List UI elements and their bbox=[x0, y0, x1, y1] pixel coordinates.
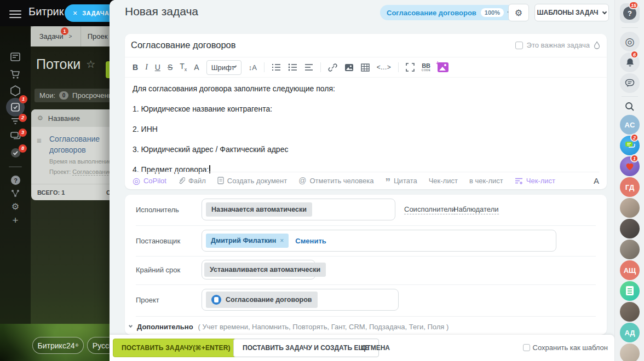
chat-lines-icon bbox=[625, 79, 635, 88]
settings-rail-icon[interactable]: ⚙ bbox=[0, 202, 31, 211]
tab-projects[interactable]: Проек bbox=[81, 26, 114, 46]
chat-rail-icon[interactable]: 3 bbox=[0, 131, 31, 142]
attach-file-button[interactable]: Файл bbox=[178, 177, 206, 185]
ai-image-icon[interactable]: + bbox=[438, 62, 449, 72]
task-title-input[interactable]: Согласование договоров bbox=[131, 40, 236, 50]
help-button[interactable]: ? 15 bbox=[620, 3, 640, 23]
change-creator-link[interactable]: Сменить bbox=[295, 237, 326, 245]
avatar[interactable] bbox=[620, 219, 640, 238]
to-checklist-button[interactable]: в чек-лист bbox=[469, 177, 503, 185]
crm-hexagon-icon[interactable] bbox=[0, 85, 31, 97]
create-document-button[interactable]: Создать документ bbox=[217, 177, 287, 185]
notifications-button[interactable]: 6 bbox=[620, 53, 640, 72]
mention-person-button[interactable]: @ Отметить человека bbox=[298, 176, 373, 185]
project-chip[interactable]: Согласование договоров bbox=[206, 292, 318, 308]
table-settings-icon[interactable]: ⚙ bbox=[37, 114, 43, 122]
bold-icon[interactable]: B bbox=[133, 63, 138, 71]
avatar[interactable] bbox=[620, 302, 640, 322]
image-icon[interactable] bbox=[344, 63, 354, 72]
font-size-icon[interactable]: ↕A bbox=[249, 63, 257, 72]
favorite-star-icon[interactable]: ☆ bbox=[86, 58, 95, 71]
link-icon[interactable] bbox=[328, 63, 337, 72]
avatar[interactable]: АЩ bbox=[620, 260, 640, 280]
creator-input[interactable]: Дмитрий Филаткин × Сменить bbox=[202, 230, 556, 252]
done-tasks-icon[interactable]: 8 bbox=[0, 147, 31, 159]
svg-text:?: ? bbox=[14, 177, 18, 184]
copilot-rail-button[interactable]: ◎ bbox=[620, 32, 640, 51]
bitrix24-brand-pill[interactable]: Битрикс24® bbox=[32, 337, 84, 354]
avatar[interactable]: AC bbox=[620, 115, 640, 135]
checklist-button[interactable]: Чек-лист bbox=[429, 177, 458, 185]
messenger-avatar[interactable]: 2 bbox=[620, 136, 640, 155]
feedback-button[interactable] bbox=[620, 73, 640, 93]
code-icon[interactable]: <…> bbox=[377, 64, 391, 71]
checklist-purple-button[interactable]: Чек-лист bbox=[515, 177, 555, 185]
submit-and-create-button[interactable]: ПОСТАВИТЬ ЗАДАЧУ И СОЗДАТЬ ЕЩЕ bbox=[233, 339, 379, 357]
remove-icon[interactable]: × bbox=[280, 237, 284, 244]
feed-icon[interactable] bbox=[0, 51, 31, 62]
observers-link[interactable]: Наблюдатели bbox=[453, 205, 499, 214]
submit-task-button[interactable]: ПОСТАВИТЬ ЗАДАЧУ(⌘+ENTER) bbox=[113, 339, 239, 357]
deadline-chip[interactable]: Устанавливается автоматически bbox=[204, 263, 326, 277]
avatar[interactable]: ГД bbox=[620, 177, 640, 197]
important-checkbox[interactable] bbox=[515, 42, 523, 49]
chevron-down-icon bbox=[129, 324, 133, 328]
settings-button[interactable]: ⚙ bbox=[508, 4, 529, 21]
my-count-badge: 0 bbox=[59, 91, 68, 100]
bell-icon bbox=[625, 57, 635, 67]
copilot-button[interactable]: ◎ CoPilot bbox=[133, 176, 166, 186]
clear-format-icon[interactable]: Tx bbox=[180, 62, 187, 72]
chat-rail-badge: 3 bbox=[19, 129, 27, 137]
filter-row[interactable]: Мои: 0 Просрочены bbox=[34, 89, 114, 102]
at-icon: @ bbox=[298, 176, 306, 185]
funnel-icon[interactable]: 2 bbox=[0, 117, 31, 126]
market-cart-icon[interactable] bbox=[0, 69, 31, 80]
important-label: Это важная задача bbox=[527, 41, 590, 49]
task-description-editor[interactable]: Для согласования договора заполните след… bbox=[133, 84, 593, 185]
share-network-icon[interactable] bbox=[0, 189, 31, 199]
avatar[interactable] bbox=[620, 343, 640, 361]
task-link[interactable]: Согласование договоров bbox=[49, 133, 110, 155]
close-icon[interactable]: × bbox=[73, 9, 77, 17]
document-bot-avatar[interactable] bbox=[620, 281, 640, 301]
tab-tasks[interactable]: Задачи 1 > bbox=[31, 26, 81, 46]
table-row[interactable]: ≡ Согласование договоров Время на выполн… bbox=[31, 127, 114, 179]
project-input[interactable]: Согласование договоров bbox=[202, 289, 399, 311]
assignee-input[interactable]: Назначается автоматически bbox=[202, 199, 395, 220]
search-button[interactable] bbox=[620, 98, 640, 115]
text-settings-toggle[interactable]: A bbox=[594, 176, 599, 185]
text-color-icon[interactable]: A bbox=[194, 63, 199, 71]
save-template-checkbox[interactable] bbox=[523, 344, 530, 351]
underline-icon[interactable]: U bbox=[155, 63, 160, 71]
additional-section-toggle[interactable]: Дополнительно ( Учет времени, Напомнить,… bbox=[129, 323, 449, 331]
quote-button[interactable]: ” Цитата bbox=[386, 176, 417, 185]
bullet-list-icon[interactable] bbox=[288, 63, 297, 72]
add-rail-icon[interactable]: + bbox=[0, 215, 31, 225]
strikethrough-icon[interactable]: S bbox=[168, 63, 173, 71]
creator-chip[interactable]: Дмитрий Филаткин × bbox=[206, 234, 289, 248]
coexecutors-link[interactable]: Соисполнители bbox=[404, 205, 456, 214]
avatar[interactable] bbox=[620, 240, 640, 259]
font-select[interactable]: Шрифт bbox=[206, 60, 242, 75]
flame-icon bbox=[594, 41, 600, 49]
avatar[interactable]: АД bbox=[620, 323, 640, 342]
expand-icon[interactable] bbox=[406, 63, 415, 72]
crm-avatar[interactable]: 1 bbox=[620, 156, 640, 176]
menu-icon[interactable] bbox=[9, 8, 21, 20]
funnel-badge: 2 bbox=[19, 114, 27, 122]
flow-selector[interactable]: Согласование договоров 100% bbox=[380, 5, 518, 20]
bbcode-icon[interactable]: BBCODE bbox=[422, 63, 430, 72]
avatar[interactable] bbox=[620, 198, 640, 218]
table-icon[interactable] bbox=[361, 63, 370, 72]
help-rail-icon[interactable]: ? bbox=[0, 174, 31, 186]
cancel-button[interactable]: ОТМЕНА bbox=[361, 344, 390, 352]
deadline-label: Крайний срок bbox=[136, 266, 180, 274]
align-icon[interactable] bbox=[304, 63, 313, 71]
save-as-template[interactable]: Сохранить как шаблон bbox=[523, 343, 608, 352]
deadline-input[interactable]: Устанавливается автоматически bbox=[202, 260, 315, 280]
assignee-chip[interactable]: Назначается автоматически bbox=[206, 202, 312, 217]
numbered-list-icon[interactable] bbox=[272, 63, 281, 72]
drag-handle-icon[interactable]: ≡ bbox=[37, 136, 45, 144]
italic-icon[interactable]: I bbox=[145, 63, 148, 71]
task-templates-button[interactable]: ШАБЛОНЫ ЗАДАЧ bbox=[534, 4, 609, 21]
